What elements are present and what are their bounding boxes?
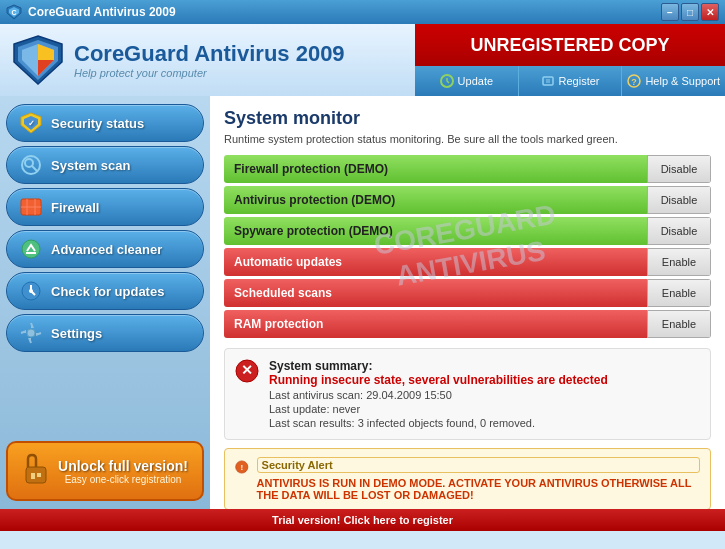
help-tab[interactable]: ? Help & Support xyxy=(622,66,725,96)
autoupdate-label: Automatic updates xyxy=(224,248,647,276)
unlock-button[interactable]: Unlock full version! Easy one-click regi… xyxy=(6,441,204,501)
sidebar: ✓ Security status System scan Firewall xyxy=(0,96,210,509)
ram-label: RAM protection xyxy=(224,310,647,338)
monitor-row-firewall: Firewall protection (DEMO) Disable xyxy=(224,155,711,183)
summary-section: ✕ System summary: Running insecure state… xyxy=(224,348,711,440)
antivirus-disable-button[interactable]: Disable xyxy=(647,186,711,214)
cleaner-icon xyxy=(19,237,43,261)
logo-text: CoreGuard Antivirus 2009 Help protect yo… xyxy=(74,41,345,79)
monitor-row-spyware: Spyware protection (DEMO) Disable xyxy=(224,217,711,245)
logo-area: CoreGuard Antivirus 2009 Help protect yo… xyxy=(0,24,415,96)
svg-point-26 xyxy=(29,289,33,293)
svg-rect-28 xyxy=(26,467,46,483)
svg-text:✕: ✕ xyxy=(241,362,253,378)
minimize-button[interactable]: − xyxy=(661,3,679,21)
svg-point-18 xyxy=(25,159,33,167)
sidebar-item-firewall[interactable]: Firewall xyxy=(6,188,204,226)
unlock-sub: Easy one-click registration xyxy=(58,474,188,485)
spyware-disable-button[interactable]: Disable xyxy=(647,217,711,245)
trial-bar[interactable]: Trial version! Click here to register xyxy=(0,509,725,531)
alert-content: Security Alert ANTIVIRUS IS RUN IN DEMO … xyxy=(257,457,700,501)
summary-last-update: Last update: never xyxy=(269,403,608,415)
monitor-title: System monitor xyxy=(224,108,711,129)
register-icon xyxy=(541,74,555,88)
svg-point-24 xyxy=(22,240,40,258)
svg-line-19 xyxy=(32,166,37,171)
content-area: System monitor Runtime system protection… xyxy=(210,96,725,509)
main-area: ✓ Security status System scan Firewall xyxy=(0,96,725,509)
alert-label: Security Alert xyxy=(257,457,700,473)
summary-content: System summary: Running insecure state, … xyxy=(269,359,608,429)
ram-enable-button[interactable]: Enable xyxy=(647,310,711,338)
scheduled-enable-button[interactable]: Enable xyxy=(647,279,711,307)
summary-status: Running insecure state, several vulnerab… xyxy=(269,373,608,387)
summary-title: System summary: xyxy=(269,359,608,373)
monitor-description: Runtime system protection status monitor… xyxy=(224,133,711,145)
settings-icon xyxy=(19,321,43,345)
svg-rect-9 xyxy=(543,77,553,85)
key-icon xyxy=(22,453,50,489)
svg-text:✓: ✓ xyxy=(28,119,35,128)
svg-rect-30 xyxy=(37,473,41,477)
update-tab[interactable]: Update xyxy=(415,66,519,96)
monitor-row-scheduled: Scheduled scans Enable xyxy=(224,279,711,307)
summary-last-scan: Last antivirus scan: 29.04.2009 15:50 xyxy=(269,389,608,401)
scheduled-label: Scheduled scans xyxy=(224,279,647,307)
monitor-rows: Firewall protection (DEMO) Disable Antiv… xyxy=(224,155,711,338)
alert-icon: ! xyxy=(235,457,249,477)
sidebar-item-settings[interactable]: Settings xyxy=(6,314,204,352)
alert-text: ANTIVIRUS IS RUN IN DEMO MODE. ACTIVATE … xyxy=(257,477,700,501)
antivirus-label: Antivirus protection (DEMO) xyxy=(224,186,647,214)
nav-tabs: Update Register ? Help & Support xyxy=(415,66,725,96)
header: CoreGuard Antivirus 2009 Help protect yo… xyxy=(0,24,725,96)
svg-rect-29 xyxy=(31,473,35,479)
logo-shield-icon xyxy=(12,34,64,86)
title-text: CoreGuard Antivirus 2009 xyxy=(28,5,176,19)
firewall-icon xyxy=(19,195,43,219)
sidebar-item-scan[interactable]: System scan xyxy=(6,146,204,184)
unregistered-banner: UNREGISTERED COPY xyxy=(415,24,725,66)
close-button[interactable]: ✕ xyxy=(701,3,719,21)
updates-icon xyxy=(19,279,43,303)
svg-point-27 xyxy=(27,329,35,337)
scan-icon xyxy=(19,153,43,177)
spyware-label: Spyware protection (DEMO) xyxy=(224,217,647,245)
header-right: UNREGISTERED COPY Update Register ? Help… xyxy=(415,24,725,96)
svg-text:!: ! xyxy=(240,463,243,472)
maximize-button[interactable]: □ xyxy=(681,3,699,21)
summary-last-results: Last scan results: 3 infected objects fo… xyxy=(269,417,608,429)
window-controls: − □ ✕ xyxy=(661,3,719,21)
title-bar: C CoreGuard Antivirus 2009 − □ ✕ xyxy=(0,0,725,24)
firewall-disable-button[interactable]: Disable xyxy=(647,155,711,183)
warning-icon: ✕ xyxy=(235,359,259,383)
autoupdate-enable-button[interactable]: Enable xyxy=(647,248,711,276)
help-icon: ? xyxy=(627,74,641,88)
update-icon xyxy=(440,74,454,88)
svg-text:C: C xyxy=(11,9,16,16)
app-name: CoreGuard Antivirus 2009 xyxy=(74,41,345,67)
monitor-row-ram: RAM protection Enable xyxy=(224,310,711,338)
app-icon: C xyxy=(6,4,22,20)
sidebar-item-cleaner[interactable]: Advanced cleaner xyxy=(6,230,204,268)
svg-text:?: ? xyxy=(632,77,638,87)
firewall-label: Firewall protection (DEMO) xyxy=(224,155,647,183)
app-tagline: Help protect your computer xyxy=(74,67,345,79)
shield-icon: ✓ xyxy=(19,111,43,135)
monitor-row-antivirus: Antivirus protection (DEMO) Disable xyxy=(224,186,711,214)
trial-text: Trial version! Click here to register xyxy=(272,514,453,526)
monitor-row-autoupdate: Automatic updates Enable xyxy=(224,248,711,276)
sidebar-item-updates[interactable]: Check for updates xyxy=(6,272,204,310)
sidebar-item-security[interactable]: ✓ Security status xyxy=(6,104,204,142)
register-tab[interactable]: Register xyxy=(519,66,623,96)
unlock-title: Unlock full version! xyxy=(58,458,188,474)
alert-section: ! Security Alert ANTIVIRUS IS RUN IN DEM… xyxy=(224,448,711,509)
